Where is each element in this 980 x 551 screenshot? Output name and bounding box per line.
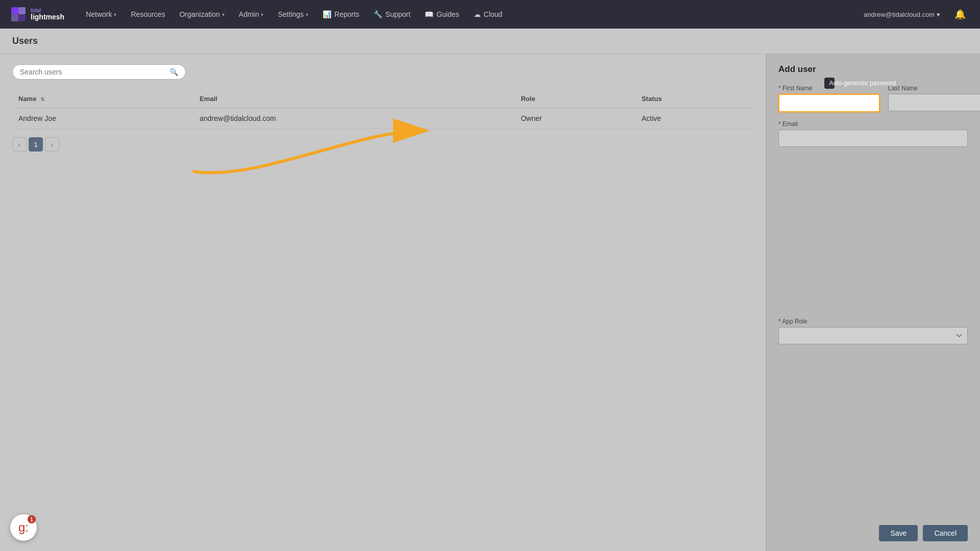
gitkraken-badge[interactable]: g: 1 — [10, 514, 37, 541]
next-page-button[interactable]: › — [45, 137, 59, 152]
chevron-down-icon: ▾ — [261, 12, 263, 17]
svg-rect-1 — [18, 7, 26, 14]
bar-chart-icon: 📊 — [323, 10, 331, 18]
notification-bell-icon[interactable]: 🔔 — [950, 9, 970, 20]
gitkraken-icon: g: — [18, 520, 29, 535]
cell-role: Owner — [514, 108, 635, 129]
nav-organization[interactable]: Organization ▾ — [173, 7, 230, 21]
logo-text: tidal lightmesh — [31, 7, 64, 21]
email-input[interactable] — [778, 130, 968, 147]
app-role-group: * App Role Owner Admin Viewer — [778, 318, 968, 507]
sort-icon: ⇅ — [40, 96, 44, 102]
right-panel: Add user * First Name Auto-generate pass… — [766, 54, 980, 551]
col-role: Role — [514, 90, 635, 108]
nav-cloud[interactable]: ☁ Cloud — [468, 7, 509, 21]
cloud-icon: ☁ — [474, 10, 481, 18]
form-actions: Save Cancel — [778, 525, 968, 541]
svg-rect-0 — [11, 7, 18, 14]
cell-name: Andrew Joe — [12, 108, 193, 129]
app-role-select[interactable]: Owner Admin Viewer — [778, 327, 968, 344]
search-box[interactable]: 🔍 — [12, 64, 186, 80]
nav-admin[interactable]: Admin ▾ — [233, 7, 270, 21]
navbar: tidal lightmesh Network ▾ Resources Orga… — [0, 0, 980, 29]
svg-rect-2 — [11, 14, 18, 21]
main-layout: 🔍 Name ⇅ Email Role Status Andrew Joe an… — [0, 54, 980, 551]
col-email: Email — [193, 90, 514, 108]
chevron-down-icon: ▾ — [937, 11, 940, 18]
cell-email: andrew@tidalcloud.com — [193, 108, 514, 129]
email-label: * Email — [778, 120, 968, 128]
nav-reports[interactable]: 📊 Reports — [316, 7, 365, 21]
app-role-label: * App Role — [778, 318, 968, 325]
search-input[interactable] — [20, 68, 169, 76]
page-header: Users — [0, 29, 980, 54]
support-icon: 🔧 — [374, 10, 382, 18]
table-row[interactable]: Andrew Joe andrew@tidalcloud.com Owner A… — [12, 108, 753, 129]
nav-support[interactable]: 🔧 Support — [368, 7, 416, 21]
search-icon: 🔍 — [169, 68, 178, 76]
first-name-input[interactable] — [778, 94, 880, 112]
save-button[interactable]: Save — [879, 525, 918, 541]
col-status: Status — [635, 90, 753, 108]
name-row: * First Name Auto-generate password Last… — [778, 85, 968, 112]
last-name-input[interactable] — [888, 94, 980, 111]
last-name-label: Last Name — [888, 85, 980, 92]
add-user-title: Add user — [778, 64, 968, 74]
last-name-group: Last Name — [888, 85, 980, 112]
col-name[interactable]: Name ⇅ — [12, 90, 193, 108]
nav-resources[interactable]: Resources — [125, 7, 171, 21]
nav-items: Network ▾ Resources Organization ▾ Admin… — [80, 7, 857, 21]
chevron-down-icon: ▾ — [306, 12, 308, 17]
table-header-row: Name ⇅ Email Role Status — [12, 90, 753, 108]
tooltip-autogenerate: Auto-generate password — [824, 78, 835, 89]
nav-guides[interactable]: 📖 Guides — [419, 7, 465, 21]
prev-page-button[interactable]: ‹ — [12, 137, 27, 152]
pagination: ‹ 1 › — [12, 137, 753, 152]
book-icon: 📖 — [425, 10, 433, 18]
left-panel: 🔍 Name ⇅ Email Role Status Andrew Joe an… — [0, 54, 766, 551]
users-table: Name ⇅ Email Role Status Andrew Joe andr… — [12, 90, 753, 129]
email-group: * Email — [778, 120, 968, 310]
cancel-button[interactable]: Cancel — [923, 525, 968, 541]
cell-status: Active — [635, 108, 753, 129]
logo-icon — [10, 6, 27, 22]
app-logo[interactable]: tidal lightmesh — [10, 6, 64, 22]
nav-network[interactable]: Network ▾ — [80, 7, 122, 21]
chevron-down-icon: ▾ — [114, 12, 116, 17]
page-1-button[interactable]: 1 — [29, 137, 43, 152]
badge-count: 1 — [28, 515, 36, 523]
page-title: Users — [12, 36, 968, 46]
svg-rect-3 — [18, 14, 26, 21]
nav-settings[interactable]: Settings ▾ — [272, 7, 314, 21]
chevron-down-icon: ▾ — [222, 12, 225, 17]
first-name-group: * First Name Auto-generate password — [778, 85, 880, 112]
user-menu[interactable]: andrew@tidalcloud.com ▾ — [857, 8, 946, 21]
nav-right: andrew@tidalcloud.com ▾ 🔔 — [857, 8, 970, 21]
